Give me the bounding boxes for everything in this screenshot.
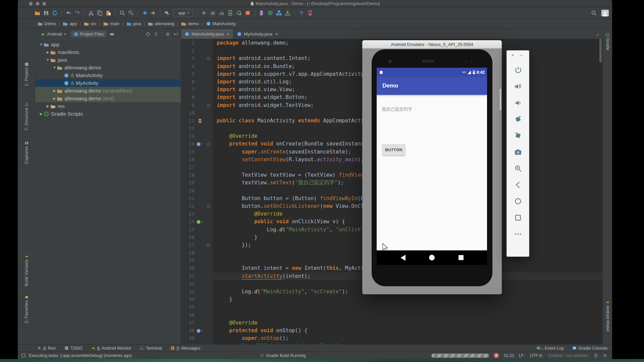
emulator-zoom-button[interactable] — [513, 163, 523, 173]
toolbar-run-button[interactable] — [200, 9, 209, 17]
toolbar-device-monitor-button[interactable] — [306, 9, 315, 17]
caret-position[interactable]: 31:22 — [503, 353, 514, 358]
toolbar-sync-gradle-button[interactable] — [266, 9, 275, 17]
tool-window-android-monitor[interactable]: 6: Android Monitor — [91, 346, 131, 351]
emulator-nav-home-button[interactable] — [513, 196, 523, 206]
tree-item-manifests[interactable]: ▶manifests — [35, 48, 181, 56]
breadcrumb-main[interactable]: main — [103, 21, 120, 26]
tool-window-messages[interactable]: 0: Messages — [170, 346, 200, 351]
tool-button-1-project[interactable]: 1: Project — [18, 61, 35, 86]
code-line-39[interactable]: 39 super.onStop(); — [181, 335, 602, 342]
toolbar-undo-button[interactable] — [64, 9, 73, 17]
inspection-status-icon[interactable]: ✓ — [596, 32, 600, 38]
emulator-nav-overview-button[interactable] — [513, 213, 523, 223]
code-line-35[interactable]: 35 — [181, 303, 602, 311]
toolbar-find-button[interactable] — [118, 9, 126, 17]
emulator-scrollbar[interactable] — [500, 89, 501, 110]
fold-region[interactable] — [205, 202, 211, 210]
tab-mainactivity-java[interactable]: CMainActivity.java✕ — [181, 29, 233, 39]
fold-region[interactable] — [205, 241, 211, 249]
gear-icon[interactable] — [165, 32, 170, 37]
fold-region[interactable] — [205, 102, 211, 109]
home-nav-icon[interactable] — [429, 255, 435, 260]
toolbar-debug-button[interactable] — [209, 9, 217, 17]
locate-icon[interactable] — [146, 32, 150, 37]
toolbar-redo-button[interactable] — [73, 9, 82, 17]
fold-marker-icon[interactable] — [207, 143, 210, 146]
tool-window-terminal[interactable]: Terminal — [140, 346, 162, 351]
overview-nav-icon[interactable] — [459, 255, 464, 260]
fold-marker-icon[interactable] — [207, 205, 210, 208]
close-tab-icon[interactable]: ✕ — [226, 32, 230, 37]
code-line-34[interactable]: 34 } — [181, 296, 602, 303]
collapse-all-icon[interactable] — [154, 32, 158, 37]
file-encoding[interactable]: UTF-8↕ — [530, 353, 543, 358]
hide-panel-icon[interactable] — [173, 32, 178, 37]
breadcrumb-demo[interactable]: Demo — [37, 21, 57, 26]
emulator-volume-up-button[interactable] — [513, 81, 523, 91]
tree-collapsed-arrow[interactable]: ▶ — [52, 89, 57, 93]
breadcrumb-src[interactable]: src — [83, 21, 97, 26]
code-text[interactable]: super.onStop(); — [213, 335, 602, 342]
toggle-toolwindows-icon[interactable] — [21, 353, 25, 358]
breadcrumb-app[interactable]: app — [62, 21, 77, 26]
emulator-camera-button[interactable] — [513, 147, 523, 157]
code-line-36[interactable]: 36 — [181, 311, 602, 319]
tree-collapsed-arrow[interactable]: ▶ — [45, 50, 50, 54]
window-titlebar[interactable]: MainActivity.java - Demo - [~/Desktop/Pr… — [18, 0, 612, 7]
emulator-rotate-left-button[interactable] — [513, 114, 523, 124]
search-everywhere-icon[interactable] — [589, 9, 598, 17]
tool-button-7-structure[interactable]: 7: Structure — [18, 101, 35, 130]
code-line-37[interactable]: 37 @Override — [181, 319, 602, 327]
tab-myactivity-java[interactable]: CMyActivity.java✕ — [233, 29, 282, 39]
tree-item-allenwang-demo[interactable]: ▶allenwang.demo(androidTest) — [35, 87, 181, 95]
phone-screen[interactable]: 4G 6:42 Demo 我自己設定的字 BUTTON — [377, 68, 487, 265]
tool-window-todo[interactable]: TODO — [64, 346, 83, 351]
emulator-power-button[interactable] — [513, 65, 523, 75]
tool-button-gradle[interactable]: Gradle — [603, 32, 612, 50]
fold-marker-icon[interactable] — [207, 57, 210, 60]
emulator-volume-down-button[interactable] — [513, 98, 523, 108]
avatar[interactable] — [601, 10, 609, 16]
run-config-chooser[interactable]: app▼ — [173, 9, 193, 17]
code-line-38[interactable]: 38o↑ protected void onStop() { — [181, 327, 602, 335]
toolbar-profile-button[interactable] — [217, 9, 226, 17]
android-emulator-window[interactable]: Android Emulator - Nexus_5_API_25:5554 4… — [362, 40, 502, 294]
breadcrumb-allenwang[interactable]: allenwang — [147, 21, 175, 26]
toolbar-forward-button[interactable] — [149, 9, 158, 17]
code-text[interactable] — [213, 311, 602, 319]
editor-scrollbar[interactable] — [599, 39, 602, 63]
toolbar-cut-button[interactable] — [87, 9, 95, 17]
cancel-build-button[interactable]: ✕ — [494, 353, 499, 358]
lock-icon[interactable] — [594, 353, 598, 358]
tool-button-captures[interactable]: Captures — [18, 140, 35, 164]
breadcrumb-demo[interactable]: demo — [180, 21, 200, 26]
code-text[interactable]: protected void onStop() { — [213, 327, 602, 335]
project-view-files[interactable]: Project Files — [71, 31, 107, 38]
toolbar-paste-button[interactable] — [104, 9, 113, 17]
toolbar-stop-button[interactable] — [244, 9, 252, 17]
hector-inspector-icon[interactable] — [603, 353, 607, 358]
tree-item-app[interactable]: ▼app — [35, 41, 181, 48]
tree-item-myactivity[interactable]: CMyActivity — [35, 79, 181, 87]
tool-window-event-log[interactable]: 7Event Log — [536, 346, 564, 351]
android-button[interactable]: BUTTON — [382, 144, 405, 156]
breadcrumb-mainactivity[interactable]: CMainActivity — [205, 21, 236, 26]
close-tab-icon[interactable]: ✕ — [275, 32, 278, 37]
tool-window-gradle-console[interactable]: Gradle Console — [572, 346, 607, 351]
emulator-toolbar-minimize[interactable]: – — [520, 53, 523, 58]
tree-item-mainactivity[interactable]: CMainActivity — [35, 71, 181, 79]
tree-expanded-arrow[interactable]: ▼ — [45, 58, 50, 62]
fold-region[interactable] — [205, 55, 211, 62]
toolbar-rerun-button[interactable] — [235, 9, 244, 17]
toolbar-sdk-manager-button[interactable] — [283, 9, 292, 17]
emulator-more-button[interactable] — [513, 229, 523, 239]
tree-item-res[interactable]: ▶res — [35, 102, 181, 110]
emulator-title[interactable]: Android Emulator - Nexus_5_API_25:5554 — [362, 40, 502, 49]
toolbar-back-button[interactable] — [140, 9, 149, 17]
toolbar-open-button[interactable] — [33, 9, 42, 17]
tree-expanded-arrow[interactable]: ▼ — [39, 43, 44, 46]
tree-collapsed-arrow[interactable]: ▶ — [45, 104, 50, 108]
tool-button-2-favorites[interactable]: 2: Favorites — [18, 294, 35, 323]
tree-collapsed-arrow[interactable]: ▶ — [39, 112, 44, 116]
